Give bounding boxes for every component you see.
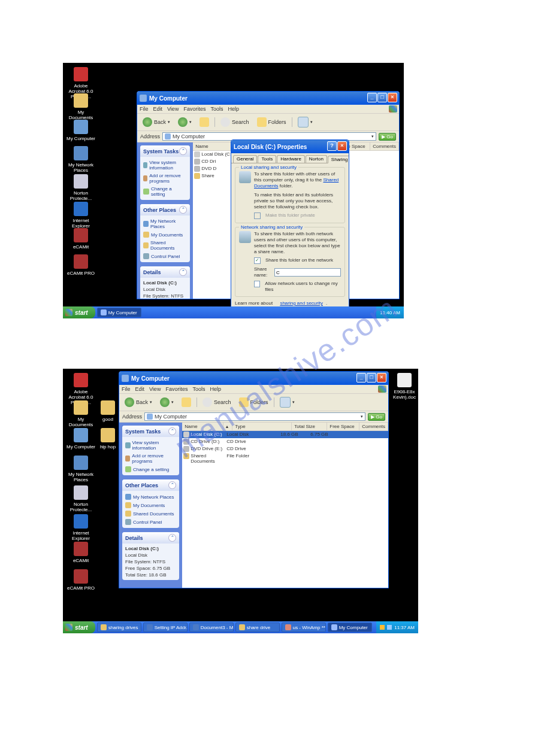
up-button[interactable]	[197, 116, 211, 128]
search-button[interactable]: Search	[200, 396, 234, 408]
tab-general[interactable]: General	[233, 155, 257, 163]
control-panel-link[interactable]: Control Panel	[125, 518, 176, 526]
change-setting-link[interactable]: Change a setting	[125, 465, 176, 473]
network-places-link[interactable]: My Network Places	[125, 493, 176, 501]
title-bar[interactable]: My Computer _□×	[119, 372, 388, 385]
shared-documents-link[interactable]: Shared Documents	[143, 239, 187, 252]
go-button[interactable]: ▶ Go	[368, 413, 385, 421]
folders-button[interactable]: Folders	[255, 116, 289, 128]
share-name-input[interactable]	[274, 268, 341, 277]
menu-favorites[interactable]: Favorites	[165, 386, 188, 392]
chevron-up-icon[interactable]: ⌃	[179, 147, 187, 155]
tab-sharing[interactable]: Sharing	[328, 156, 349, 163]
desktop-icon[interactable]: eCAMit PRO	[66, 569, 96, 591]
share-network-checkbox[interactable]: ✓	[254, 257, 261, 264]
list-item[interactable]: Local Disk (C:)Local Disk18.6 GB6.75 GB	[182, 431, 388, 438]
maximize-button[interactable]: □	[367, 373, 376, 382]
desktop-icon[interactable]: My Computer	[66, 120, 96, 141]
desktop-icon[interactable]: eCAMit	[66, 228, 96, 250]
list-item[interactable]: CD Drive (D:)CD Drive	[182, 438, 388, 445]
dialog-title-bar[interactable]: Local Disk (C:) Properties ?×	[231, 140, 349, 153]
help-button[interactable]: ?	[327, 141, 337, 151]
taskbar-item[interactable]: share drive	[235, 623, 280, 632]
views-button[interactable]: ▾	[295, 116, 315, 129]
menu-favorites[interactable]: Favorites	[183, 106, 205, 112]
allow-change-checkbox[interactable]	[254, 281, 260, 287]
chevron-up-icon[interactable]: ⌃	[179, 268, 187, 276]
desktop-icon[interactable]: Norton Protecte...	[66, 485, 96, 512]
menu-file[interactable]: File	[140, 106, 149, 112]
menu-edit[interactable]: Edit	[135, 386, 145, 392]
chevron-up-icon[interactable]: ⌃	[168, 534, 176, 542]
taskbar-item[interactable]: sharing drives	[97, 623, 141, 632]
taskbar-item[interactable]: Document3 - Mi...	[189, 623, 234, 632]
maximize-button[interactable]: □	[377, 93, 387, 102]
chevron-up-icon[interactable]: ⌃	[168, 427, 176, 435]
desktop-icon[interactable]: My Network Places	[66, 146, 96, 173]
tab-tools[interactable]: Tools	[258, 155, 276, 163]
forward-button[interactable]: ▾	[158, 396, 176, 408]
desktop-icon[interactable]: Norton Protecte...	[66, 174, 96, 201]
view-system-info-link[interactable]: View system information	[125, 439, 176, 452]
menu-view[interactable]: View	[149, 386, 161, 392]
desktop-icon[interactable]: My Documents	[66, 400, 96, 427]
minimize-button[interactable]: _	[356, 373, 366, 382]
chevron-up-icon[interactable]: ⌃	[179, 206, 187, 214]
desktop-icon[interactable]: Internet Explorer	[66, 202, 96, 229]
learn-more-link[interactable]: sharing and security	[280, 300, 323, 306]
desktop-icon[interactable]: eCAMit PRO	[66, 254, 96, 276]
back-button[interactable]: Back▾	[140, 116, 173, 128]
up-button[interactable]	[179, 396, 194, 408]
my-documents-link[interactable]: My Documents	[125, 501, 176, 509]
desktop-icon[interactable]: My Network Places	[66, 456, 96, 482]
tab-hardware[interactable]: Hardware	[277, 155, 305, 163]
add-remove-programs-link[interactable]: Add or remove programs	[143, 172, 187, 185]
menu-help[interactable]: Help	[228, 106, 239, 112]
close-button[interactable]: ×	[388, 93, 397, 102]
tray-icon[interactable]	[380, 625, 385, 630]
address-field[interactable]: My Computer▾	[144, 412, 365, 421]
add-remove-programs-link[interactable]: Add or remove programs	[125, 452, 176, 465]
desktop-icon[interactable]: Internet Explorer	[66, 514, 96, 541]
change-setting-link[interactable]: Change a setting	[143, 185, 187, 198]
tray-icon[interactable]	[387, 625, 392, 630]
list-item[interactable]: Shared DocumentsFile Folder	[182, 453, 388, 464]
menu-help[interactable]: Help	[210, 386, 221, 392]
search-button[interactable]: Search	[218, 116, 252, 128]
desktop-icon[interactable]: My Computer	[66, 428, 96, 450]
chevron-up-icon[interactable]: ⌃	[168, 481, 176, 489]
go-button[interactable]: ▶ Go	[379, 133, 396, 141]
control-panel-link[interactable]: Control Panel	[143, 252, 187, 260]
minimize-button[interactable]: _	[367, 93, 377, 102]
desktop-icon[interactable]: E908-E8x Kevin).doc	[389, 373, 418, 400]
list-item[interactable]: DVD Drive (E:)CD Drive	[182, 445, 388, 453]
start-button[interactable]: start	[63, 306, 95, 318]
taskbar-item[interactable]: us - WinAmp ***...	[282, 623, 326, 632]
menu-edit[interactable]: Edit	[153, 106, 163, 112]
close-button[interactable]: ×	[337, 141, 347, 151]
system-tray[interactable]: 11:40 AM	[376, 306, 404, 318]
back-button[interactable]: Back▾	[122, 396, 155, 408]
start-button[interactable]: start	[63, 621, 95, 633]
taskbar-item[interactable]: My Computer	[97, 308, 141, 317]
desktop-icon[interactable]: My Documents	[66, 93, 96, 120]
network-places-link[interactable]: My Network Places	[143, 217, 187, 230]
shared-documents-link[interactable]: Shared Documents	[125, 509, 176, 518]
menu-tools[interactable]: Tools	[192, 386, 205, 392]
tab-norton[interactable]: Norton	[306, 155, 327, 163]
menu-tools[interactable]: Tools	[210, 106, 223, 112]
system-tray[interactable]: 11:37 AM	[376, 621, 418, 633]
taskbar-item[interactable]: Setting IP Addr...	[143, 623, 188, 632]
views-button[interactable]: ▾	[277, 396, 297, 409]
folders-button[interactable]: Folders	[237, 396, 271, 408]
desktop-icon[interactable]: eCAMit	[66, 542, 96, 563]
column-headers[interactable]: Name▴ Type Total Size Free Space Comment…	[182, 423, 388, 431]
taskbar-item[interactable]: My Computer	[328, 623, 372, 632]
menu-view[interactable]: View	[167, 106, 179, 112]
forward-button[interactable]: ▾	[176, 116, 194, 128]
menu-file[interactable]: File	[122, 386, 131, 392]
my-documents-link[interactable]: My Documents	[143, 230, 187, 239]
close-button[interactable]: ×	[377, 373, 386, 382]
title-bar[interactable]: My Computer _ □ ×	[137, 92, 399, 105]
view-system-info-link[interactable]: View system information	[143, 159, 187, 172]
